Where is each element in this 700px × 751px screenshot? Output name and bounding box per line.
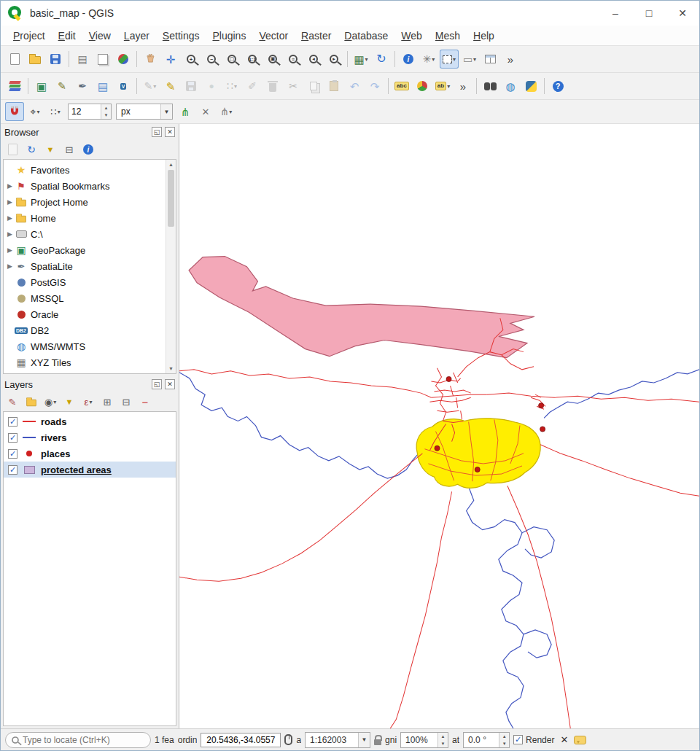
- step-down-icon[interactable]: ▼: [438, 740, 448, 747]
- help-contents-icon[interactable]: ?: [548, 77, 567, 96]
- close-button[interactable]: ✕: [666, 1, 699, 26]
- browser-item-postgis[interactable]: PostGIS: [5, 274, 164, 290]
- collapse-all-icon[interactable]: ⊟: [61, 141, 77, 157]
- filter-by-expression-dropdown-icon[interactable]: ▾: [89, 399, 92, 405]
- data-source-manager-icon[interactable]: [5, 77, 24, 96]
- zoom-last-icon[interactable]: ◂: [304, 50, 323, 69]
- modify-attributes-icon[interactable]: ✐: [243, 77, 262, 96]
- new-map-view-icon[interactable]: ▦▾: [351, 50, 370, 69]
- render-checkbox[interactable]: ✓: [513, 735, 523, 744]
- enable-snapping-icon[interactable]: [5, 102, 24, 121]
- menu-plugins[interactable]: Plugins: [206, 27, 252, 44]
- delete-selected-icon[interactable]: [263, 77, 282, 96]
- expand-arrow-icon[interactable]: ▶: [5, 246, 15, 254]
- zoom-to-selection-icon[interactable]: ▣: [263, 50, 282, 69]
- layer-labeling-icon[interactable]: abc: [392, 77, 411, 96]
- snapping-mode-dropdown-icon[interactable]: ▾: [36, 109, 39, 115]
- step-up-icon[interactable]: ▲: [101, 104, 111, 112]
- expand-arrow-icon[interactable]: ▶: [5, 214, 15, 222]
- toolbar-overflow2-icon[interactable]: »: [454, 77, 472, 96]
- expand-all-icon[interactable]: ⊞: [99, 394, 115, 410]
- enable-tracing-dropdown-icon[interactable]: ▾: [229, 109, 232, 115]
- deselect-features-dropdown-icon[interactable]: ▾: [473, 56, 476, 63]
- new-shapefile-layer-icon[interactable]: ✎: [52, 77, 71, 96]
- menu-layer[interactable]: Layer: [117, 27, 156, 44]
- zoom-to-layer-icon[interactable]: ≡: [284, 50, 303, 69]
- toolbar-overflow-icon[interactable]: »: [501, 50, 520, 69]
- snapping-tolerance-spinbox[interactable]: ▲▼: [68, 104, 112, 120]
- cut-features-icon[interactable]: ✂: [284, 77, 303, 96]
- move-label-icon[interactable]: ab▾: [433, 77, 452, 96]
- refresh-map-icon[interactable]: ↻: [372, 50, 391, 69]
- zoom-out-icon[interactable]: −: [202, 50, 221, 69]
- layer-visibility-checkbox[interactable]: ✓: [8, 433, 18, 443]
- save-project-icon[interactable]: [46, 50, 65, 69]
- browser-scrollbar[interactable]: ▲ ▼: [166, 160, 176, 373]
- open-attribute-table-icon[interactable]: [481, 50, 499, 69]
- select-features-icon[interactable]: ▾: [440, 50, 459, 69]
- new-print-layout-icon[interactable]: ▤: [73, 50, 92, 69]
- zoom-to-native-icon[interactable]: 1:1: [243, 50, 262, 69]
- new-spatialite-layer-icon[interactable]: ✒: [73, 77, 92, 96]
- save-layer-edits-icon[interactable]: [182, 77, 201, 96]
- scroll-thumb[interactable]: [168, 170, 174, 227]
- browser-item-geopackage[interactable]: ▶▣GeoPackage: [5, 242, 164, 258]
- menu-project[interactable]: Project: [7, 27, 52, 44]
- layer-row-rivers[interactable]: ✓rivers: [4, 429, 176, 445]
- scale-combo[interactable]: 1:162003 ▼: [305, 732, 370, 748]
- run-feature-action-dropdown-icon[interactable]: ▾: [432, 56, 435, 63]
- metasearch-icon[interactable]: ◍: [501, 77, 520, 96]
- browser-item-db2[interactable]: DB2DB2: [5, 322, 164, 338]
- browser-item-favorites[interactable]: ★Favorites: [5, 162, 164, 178]
- pan-to-selection-icon[interactable]: ✛: [161, 50, 180, 69]
- refresh-browser-icon[interactable]: ↻: [23, 141, 39, 157]
- minimize-button[interactable]: –: [599, 1, 632, 26]
- locate-input[interactable]: [23, 735, 132, 745]
- expand-arrow-icon[interactable]: ▶: [5, 262, 15, 270]
- close-panel-icon[interactable]: ✕: [165, 127, 175, 137]
- manage-map-themes-icon[interactable]: ◉▾: [42, 394, 58, 410]
- browser-item-c[interactable]: ▶C:\: [5, 226, 164, 242]
- pan-map-icon[interactable]: [141, 50, 160, 69]
- snapping-on-intersection-icon[interactable]: ✕: [196, 102, 215, 121]
- menu-vector[interactable]: Vector: [252, 27, 295, 44]
- browser-item-xyz-tiles[interactable]: ▦XYZ Tiles: [5, 354, 164, 370]
- move-label-dropdown-icon[interactable]: ▾: [447, 83, 450, 90]
- map-canvas[interactable]: [179, 124, 699, 728]
- browser-item-wms-wmts[interactable]: ◍WMS/WMTS: [5, 338, 164, 354]
- step-down-icon[interactable]: ▼: [499, 740, 509, 747]
- browser-item-spatialite[interactable]: ▶✒SpatiaLite: [5, 258, 164, 274]
- float-panel-icon[interactable]: ◱: [152, 379, 162, 389]
- layer-row-places[interactable]: ✓places: [4, 445, 176, 462]
- close-panel-icon[interactable]: ✕: [165, 379, 175, 389]
- menu-help[interactable]: Help: [467, 27, 501, 44]
- stop-render-icon[interactable]: ✕: [558, 734, 570, 745]
- browser-item-project-home[interactable]: ▶Project Home: [5, 194, 164, 210]
- menu-mesh[interactable]: Mesh: [429, 27, 467, 44]
- run-feature-action-icon[interactable]: ✳▾: [419, 50, 438, 69]
- menu-view[interactable]: View: [82, 27, 117, 44]
- filter-browser-icon[interactable]: ▼: [42, 141, 58, 157]
- scroll-up-icon[interactable]: ▲: [166, 160, 176, 169]
- render-checkbox-group[interactable]: ✓ Render: [513, 735, 554, 745]
- identify-features-icon[interactable]: i: [399, 50, 418, 69]
- menu-database[interactable]: Database: [338, 27, 394, 44]
- show-layout-manager-icon[interactable]: [93, 50, 112, 69]
- toggle-editing-icon[interactable]: ✎: [161, 77, 180, 96]
- browser-item-oracle[interactable]: Oracle: [5, 306, 164, 322]
- layer-visibility-checkbox[interactable]: ✓: [8, 449, 18, 459]
- step-up-icon[interactable]: ▲: [499, 733, 509, 740]
- maximize-button[interactable]: □: [632, 1, 666, 26]
- zoom-in-icon[interactable]: +: [182, 50, 201, 69]
- snapping-type-dropdown-icon[interactable]: ▾: [58, 109, 61, 115]
- coordinate-input[interactable]: [201, 733, 281, 747]
- properties-widget-icon[interactable]: i: [80, 141, 96, 157]
- browser-item-spatial-bookmarks[interactable]: ▶⚑Spatial Bookmarks: [5, 178, 164, 194]
- filter-by-expression-icon[interactable]: ε▾: [80, 394, 96, 410]
- deselect-features-icon[interactable]: ▭▾: [460, 50, 479, 69]
- lock-scale-icon[interactable]: [374, 739, 381, 745]
- expand-arrow-icon[interactable]: ▶: [5, 182, 15, 190]
- magnifier-spinbox[interactable]: 100% ▲▼: [400, 732, 448, 748]
- open-project-icon[interactable]: [26, 50, 44, 69]
- collapse-all-layers-icon[interactable]: ⊟: [118, 394, 134, 410]
